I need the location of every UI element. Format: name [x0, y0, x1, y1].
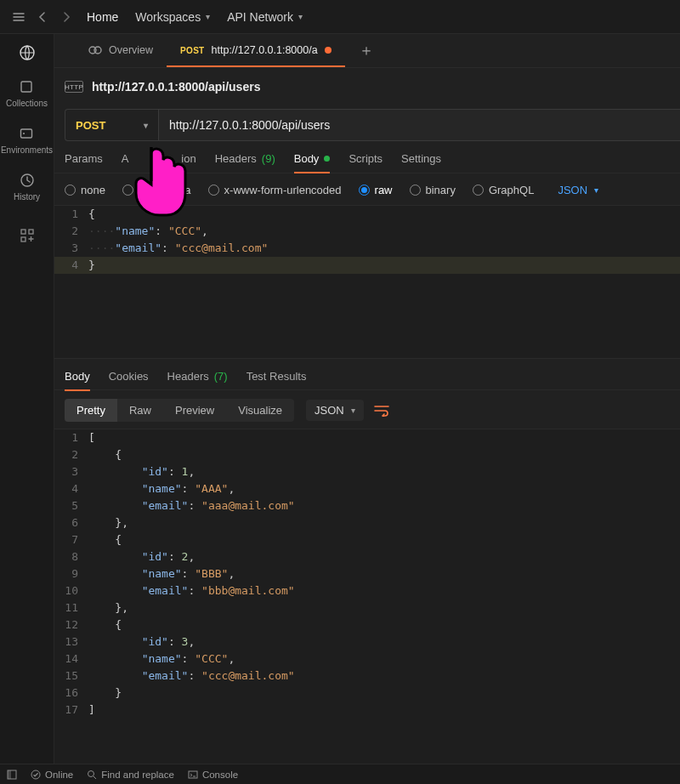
body-raw[interactable]: raw — [359, 184, 393, 196]
chevron-down-icon: ▾ — [206, 12, 210, 21]
resp-tab-body-label: Body — [65, 370, 90, 383]
body-formdata-label: ata — [175, 184, 190, 196]
request-subtabs: Params Authorization Headers (9) Body Sc… — [54, 141, 680, 173]
status-console-label: Console — [202, 770, 238, 780]
subtab-auth-post: ion — [181, 152, 196, 165]
svg-rect-2 — [21, 129, 32, 138]
view-preview[interactable]: Preview — [163, 399, 226, 422]
method-label: POST — [76, 119, 105, 132]
view-raw[interactable]: Raw — [117, 399, 163, 422]
rail-add[interactable] — [19, 227, 36, 244]
view-visualize[interactable]: Visualize — [226, 399, 294, 422]
response-format-select[interactable]: JSON▾ — [306, 400, 364, 421]
nav-back-icon[interactable] — [31, 5, 54, 29]
svg-rect-7 — [21, 237, 26, 241]
tab-overview[interactable]: Overview — [75, 35, 167, 67]
resp-tab-tests-label: Test Results — [246, 370, 307, 383]
request-row: POST ▾ http://127.0.0.1:8000/api/users — [65, 109, 680, 141]
resp-tab-tests[interactable]: Test Results — [246, 370, 307, 391]
link-icon — [88, 45, 102, 55]
nav-home[interactable]: Home — [87, 10, 118, 24]
subtab-headers[interactable]: Headers (9) — [215, 152, 275, 173]
subtab-body[interactable]: Body — [294, 152, 331, 173]
body-urlencoded[interactable]: x-www-form-urlencoded — [208, 184, 342, 196]
resp-tab-headers-label: Headers — [167, 370, 209, 383]
collections-icon — [18, 78, 35, 95]
top-bar: Home Workspaces▾ API Network▾ — [0, 0, 680, 34]
apps-icon — [19, 227, 36, 244]
subtab-params-label: Params — [65, 152, 103, 165]
nav-forward-icon[interactable] — [54, 5, 78, 29]
status-console[interactable]: Console — [188, 770, 238, 780]
nav-workspaces[interactable]: Workspaces▾ — [135, 10, 210, 24]
plus-icon: ＋ — [359, 40, 374, 60]
body-binary[interactable]: binary — [410, 184, 456, 196]
method-select[interactable]: POST ▾ — [65, 110, 159, 140]
body-formdata[interactable]: form-data — [122, 184, 191, 196]
tabs-row: Overview POST http://127.0.0.1:8000/a ＋ — [54, 34, 680, 68]
wrap-lines-icon[interactable] — [374, 405, 389, 417]
rail-history[interactable]: History — [14, 172, 40, 202]
code-brace: { — [88, 207, 95, 220]
status-find[interactable]: Find and replace — [87, 770, 174, 780]
tab-new[interactable]: ＋ — [345, 35, 388, 67]
nav-workspaces-label: Workspaces — [135, 10, 201, 24]
http-badge: HTTP — [65, 81, 83, 93]
response-body-editor[interactable]: 1[2 {3 "id": 1,4 "name": "AAA",5 "email"… — [54, 429, 680, 764]
url-input[interactable]: http://127.0.0.1:8000/api/users — [159, 110, 680, 140]
subtab-params[interactable]: Params — [65, 152, 103, 173]
nav-api-network-label: API Network — [227, 10, 293, 24]
view-pretty[interactable]: Pretty — [65, 399, 117, 422]
view-visualize-label: Visualize — [238, 404, 282, 417]
svg-rect-1 — [21, 82, 31, 92]
tab-request[interactable]: POST http://127.0.0.1:8000/a — [167, 35, 345, 67]
status-online-label: Online — [45, 770, 73, 780]
body-urlencoded-label: x-www-form-urlencoded — [224, 184, 342, 196]
status-panel-icon[interactable] — [7, 770, 17, 780]
body-graphql[interactable]: GraphQL — [473, 184, 534, 196]
resp-tab-cookies[interactable]: Cookies — [109, 370, 149, 391]
history-icon — [19, 172, 36, 189]
code-string: "CCC" — [168, 224, 201, 237]
subtab-settings[interactable]: Settings — [401, 152, 441, 173]
tab-request-label: http://127.0.0.1:8000/a — [212, 44, 318, 56]
view-pretty-label: Pretty — [76, 404, 105, 417]
status-bar: Online Find and replace Console — [0, 764, 680, 784]
body-format-select[interactable]: JSON▾ — [558, 184, 598, 196]
rail-collections[interactable]: Collections — [6, 78, 48, 108]
code-key: "name" — [115, 224, 155, 237]
chevron-down-icon: ▾ — [351, 406, 355, 415]
rail-collections-label: Collections — [6, 99, 48, 108]
body-active-dot — [324, 156, 330, 162]
subtab-body-label: Body — [294, 152, 320, 165]
view-mode-group: Pretty Raw Preview Visualize — [65, 399, 294, 422]
resp-tab-body[interactable]: Body — [65, 370, 90, 391]
svg-point-13 — [88, 770, 94, 776]
subtab-auth-pre: A — [122, 152, 129, 165]
menu-icon[interactable] — [7, 5, 31, 29]
subtab-auth[interactable]: Authorization — [122, 152, 196, 173]
resp-tab-headers[interactable]: Headers (7) — [167, 370, 228, 391]
address-url: http://127.0.0.1:8000/api/users — [92, 80, 260, 94]
body-none[interactable]: none — [65, 184, 105, 196]
chevron-down-icon: ▾ — [144, 121, 148, 130]
rail-environments[interactable]: Environments — [1, 125, 53, 155]
svg-rect-11 — [8, 770, 11, 779]
svg-point-3 — [23, 133, 25, 134]
subtab-scripts[interactable]: Scripts — [348, 152, 382, 173]
address-line: HTTP http://127.0.0.1:8000/api/users — [54, 68, 680, 99]
body-options: none form-data x-www-form-urlencoded raw… — [54, 173, 680, 205]
body-graphql-label: GraphQL — [489, 184, 534, 196]
nav-api-network[interactable]: API Network▾ — [227, 10, 303, 24]
subtab-scripts-label: Scripts — [348, 152, 382, 165]
response-format-label: JSON — [314, 404, 344, 417]
rail-history-label: History — [14, 192, 40, 202]
code-string: "ccc@mail.com" — [175, 241, 269, 254]
tab-method-badge: POST — [180, 46, 204, 55]
rail-globe[interactable] — [19, 44, 36, 61]
status-find-label: Find and replace — [101, 770, 174, 780]
status-online[interactable]: Online — [31, 770, 73, 780]
view-preview-label: Preview — [175, 404, 214, 417]
resp-tab-cookies-label: Cookies — [109, 370, 149, 383]
request-body-editor[interactable]: 1{ 2····"name": "CCC", 3····"email": "cc… — [54, 205, 680, 358]
